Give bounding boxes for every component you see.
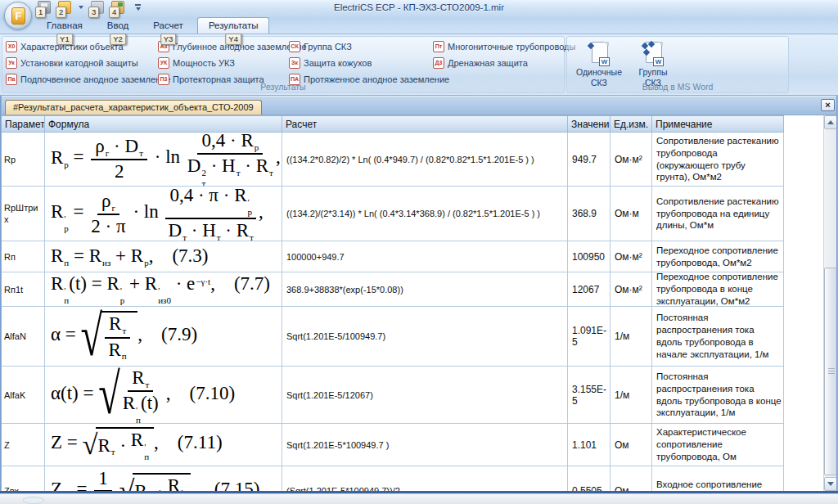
- table-row[interactable]: RпRп = Rиз + Rp, (7.3)100000+949.7100950…: [2, 241, 784, 272]
- ribbon-button[interactable]: Д3Дренажная защита: [433, 56, 565, 70]
- scrollbar-thumb[interactable]: [824, 268, 837, 475]
- column-header-unit[interactable]: Ед.изм.: [610, 116, 652, 132]
- keytip-badge: Y4: [225, 34, 241, 45]
- result-item-icon: Пт: [433, 41, 444, 52]
- document-tab[interactable]: #Результаты_расчета_характеристик_объект…: [5, 100, 262, 115]
- table-row[interactable]: AlfaKα(t) = √RтR′п(t), (7.10)Sqrt(1.201E…: [2, 367, 784, 424]
- cell-note: Сопротивление растеканию трубопровода на…: [652, 187, 784, 241]
- qat-save-button[interactable]: 1: [38, 1, 51, 14]
- app-logo-icon: F: [11, 7, 25, 25]
- tab-raschet[interactable]: Расчет Y3: [142, 18, 194, 34]
- formula: R′п(t) = R′p + R′из0 · e−γ·t, (7.7): [51, 273, 270, 305]
- arrow-down-icon: [827, 482, 834, 486]
- table-row[interactable]: Rп1tR′п(t) = R′p + R′из0 · e−γ·t, (7.7)3…: [2, 272, 784, 307]
- cell-calc: ((134.2*0.82)/2) * Ln( (0.4*949.7) / (0.…: [282, 133, 568, 186]
- cell-formula: Zвх = 12 √Rт · R′п, (7.15): [45, 466, 282, 491]
- tab-glavnaya[interactable]: Главная Y1: [36, 18, 93, 34]
- column-header-param[interactable]: Параметр: [2, 116, 45, 132]
- result-item-icon: Зк: [289, 57, 300, 69]
- ribbon-group-results: Х0Характеристики объектаУкУстановки като…: [2, 36, 565, 93]
- ribbon-button[interactable]: ЗкЗащита кожухов: [289, 56, 433, 70]
- group-label: Результаты: [2, 82, 564, 92]
- ribbon-button-label: Защита кожухов: [304, 58, 372, 68]
- titlebar: F 1 2 3 4 ElectriC: [0, 0, 838, 34]
- word-badge-icon: W: [653, 57, 664, 66]
- cell-formula: R′п(t) = R′p + R′из0 · e−γ·t, (7.7): [45, 272, 282, 306]
- qat-print-button[interactable]: 3: [91, 1, 104, 14]
- table-row[interactable]: ZZ = √Rт · R′п, (7.11)Sqrt(1.201E-5*1009…: [2, 424, 784, 466]
- cell-value: 0.5505: [568, 466, 610, 491]
- table-row[interactable]: RpШтрихR′p = ρг2 · π · ln 0,4 · π · R′pD…: [2, 187, 784, 241]
- ribbon-button[interactable]: УКМощность УКЗ: [158, 56, 289, 70]
- cell-calc: 368.9+38838*(exp(-15*0.08)): [282, 272, 568, 306]
- window-frame-left: [0, 96, 2, 493]
- fraction: 0,4 · RpD2т · Hт · Rт: [187, 133, 273, 186]
- column-header-note[interactable]: Примечание: [652, 116, 784, 132]
- fraction: RтR′п(t): [123, 367, 159, 423]
- app-menu-button[interactable]: F: [4, 2, 32, 29]
- ribbon-button-label: Мощность УКЗ: [173, 58, 235, 68]
- table-row[interactable]: RpRp = ρг · Dт2 · ln 0,4 · RpD2т · Hт · …: [2, 133, 784, 187]
- cell-note: Постоянная распространения тока вдоль тр…: [652, 307, 784, 366]
- qat-more-icon: [135, 4, 141, 6]
- cell-param: Zвх: [2, 466, 45, 491]
- ribbon-button[interactable]: УкУстановки катодной защиты: [6, 56, 158, 70]
- cell-note: Характеристическое сопротивление трубопр…: [652, 424, 784, 466]
- column-header-formula[interactable]: Формула: [45, 116, 282, 132]
- app-window: F 1 2 3 4 ElectriC: [0, 0, 838, 504]
- cell-unit: 1/м: [610, 367, 652, 423]
- cell-note: Входное сопротивление трубопровода в нач…: [652, 466, 784, 491]
- word-export-single-icon: W: [588, 42, 610, 65]
- tab-rezultaty[interactable]: Результаты Y4: [197, 17, 270, 34]
- ribbon-button[interactable]: ПтМногониточные трубопроводы: [433, 40, 565, 53]
- cell-note: Переходное сопротивление трубопровода в …: [652, 272, 784, 306]
- cell-calc: 100000+949.7: [282, 241, 568, 272]
- chevron-down-icon: [136, 7, 141, 11]
- ribbon-button[interactable]: А3Глубинное анодное заземление: [158, 40, 289, 53]
- qat-open-button[interactable]: 4: [111, 1, 124, 14]
- formula: Rп = Rиз + Rp, (7.3): [51, 245, 209, 268]
- tab-vvod[interactable]: Ввод Y2: [97, 18, 140, 34]
- keytip-badge: 1: [35, 7, 46, 18]
- status-widget: [23, 497, 44, 504]
- scroll-down-button[interactable]: [824, 477, 837, 491]
- cell-value: 1.101: [568, 424, 610, 466]
- qat-export-button[interactable]: 2: [58, 1, 71, 14]
- group-label: Вывод в MS Word: [567, 82, 788, 92]
- fraction: ρг2 · π: [91, 191, 125, 236]
- result-item-icon: Д3: [433, 57, 444, 69]
- cell-param: Rп: [2, 241, 45, 272]
- scroll-up-button[interactable]: [824, 115, 837, 129]
- ribbon-group-word-export: WОдиночныеСКЗWГруппыСКЗ Вывод в MS Word: [566, 36, 789, 93]
- qat-customize-button[interactable]: [135, 4, 141, 11]
- results-table-header: Параметр Формула Расчет Значение Ед.изм.…: [2, 115, 784, 133]
- cell-value: 949.7: [568, 133, 610, 186]
- keytip-badge: Y3: [160, 34, 177, 45]
- tab-label: Результаты: [209, 20, 259, 30]
- results-table-body: RpRp = ρг · Dт2 · ln 0,4 · RpD2т · Hт · …: [2, 133, 784, 491]
- dropdown-caret-icon[interactable]: [79, 6, 83, 9]
- cell-param: AlfaN: [2, 307, 45, 366]
- keytip-badge: 2: [56, 7, 66, 18]
- cell-param: Z: [2, 424, 45, 466]
- column-header-calc[interactable]: Расчет: [282, 116, 568, 132]
- column-header-value[interactable]: Значение: [568, 116, 610, 132]
- word-export-group-icon: W: [642, 42, 664, 65]
- cell-unit: Ом·м²: [610, 133, 652, 186]
- ribbon-button[interactable]: СКГруппа СКЗ: [289, 40, 433, 53]
- cell-value: 368.9: [568, 187, 610, 241]
- keytip-badge: Y1: [56, 34, 73, 45]
- ribbon-button-label: Установки катодной защиты: [20, 58, 138, 68]
- sqrt-radical: √RтR′п(t): [98, 367, 165, 423]
- close-document-button[interactable]: ×: [821, 99, 835, 111]
- tab-label: Ввод: [107, 20, 129, 30]
- table-row[interactable]: AlfaNα = √RтRп, (7.9)Sqrt(1.201E-5/10094…: [2, 307, 784, 367]
- ribbon-button-label: Группа СКЗ: [304, 42, 352, 52]
- vertical-scrollbar[interactable]: [823, 115, 836, 491]
- ribbon-button[interactable]: Х0Характеристики объекта: [6, 40, 158, 53]
- cell-param: AlfaK: [2, 367, 45, 423]
- cell-unit: Ом: [610, 424, 652, 466]
- cell-note: Постоянная распространения тока вдоль тр…: [652, 367, 784, 423]
- formula: Rp = ρг · Dт2 · ln 0,4 · RpD2т · Hт · Rт…: [51, 133, 282, 186]
- table-row[interactable]: ZвхZвх = 12 √Rт · R′п, (7.15)(Sqrt(1.201…: [2, 466, 784, 491]
